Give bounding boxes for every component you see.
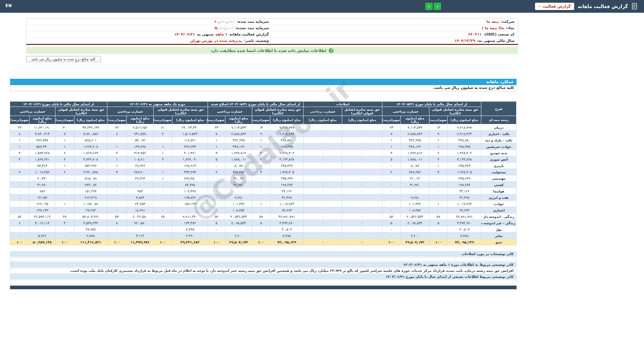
value-cell: ۰: [107, 137, 126, 143]
value-cell: ۳: [10, 150, 29, 156]
value-cell: ۹۴۱,۵۷۸: [127, 131, 154, 137]
value-cell: ۰: [252, 226, 270, 233]
amounts-note-box: کلیه مبالغ درج شده به میلیون ریال می باش…: [26, 56, 101, 62]
company-info-col-right: شرکت:بیمه مانماد:ما( بیمه ما )کد صنعت (I…: [272, 18, 518, 44]
value-cell: ۳,۱۲۳,۸۶۸: [448, 156, 481, 163]
value-cell: ۳۹,۳۲۱,۶۸۲: [172, 239, 208, 245]
unit-share-ytd-0531-1: سهم(درصد): [429, 116, 448, 124]
footer-comment-bars: کادر توضیحات در مورد اصلاحاتکادر توضیحی …: [10, 251, 517, 284]
next-report-button[interactable]: ›: [434, 3, 441, 10]
value-cell: ۰: [304, 163, 342, 169]
value-cell: ۶,۴۱۸,۳۶۳: [448, 131, 481, 137]
value-cell: ۳: [252, 169, 270, 175]
table-total-row: جمع۷۲,۰۹۵,۱۳۹۱۰۰۳۹,۵۰۷,۱۷۲۱۰۰۰۰۷۲,۰۹۵,۱۳…: [10, 239, 516, 245]
value-cell: ۰: [107, 201, 126, 207]
value-cell: ۰: [208, 233, 225, 239]
value-cell: ۷۷,۳۱۳: [29, 163, 55, 169]
value-cell: ۱: [10, 143, 29, 150]
value-cell: ۲۸۳,۰۸۲: [74, 182, 107, 188]
value-cell: ۰: [342, 156, 382, 163]
value-cell: ۱۳۹,۲۶۸: [127, 143, 154, 150]
value-cell: ۶۷,۶۹۴: [270, 207, 304, 214]
value-cell: ۹,۹۱۱,۴۴۰: [172, 214, 208, 220]
value-cell: ۱۰۰: [208, 239, 225, 245]
table-row: آتش سوزي۳,۱۲۳,۸۶۸۴۱,۷۸۸,۰۱۱۵۰۰۳,۱۲۳,۸۶۸۴…: [10, 156, 516, 163]
info-label: سال مالی منتهی به:: [477, 39, 515, 43]
value-cell: ۰: [429, 175, 448, 182]
value-cell: ۰: [154, 220, 172, 226]
value-cell: ۵۹: [252, 214, 270, 220]
value-cell: ۱۰۸,۴۵۲: [401, 207, 429, 214]
value-cell: ۰: [342, 194, 382, 201]
value-cell: ۲,۸۸۸,۸۳۶: [225, 131, 252, 137]
value-cell: ۰: [107, 233, 126, 239]
language-toggle-en[interactable]: EN: [5, 3, 12, 8]
value-cell: ۱۹۸,۲۸۴: [448, 182, 481, 188]
value-cell: ۵۲: [208, 214, 225, 220]
value-cell: ۱,۷۶۹,۶۶۳: [74, 150, 107, 156]
insurance-line-cell: باربري: [481, 163, 517, 169]
value-cell: ۴۲,۸۹۱,۷۹۱: [270, 214, 304, 220]
value-cell: ۰: [252, 194, 270, 201]
value-cell: ۳: [107, 150, 126, 156]
col-group-ytd-0631: از ابتدای سال مالی تا پایان مورخ ۱۴۰۴/۰۶…: [10, 102, 107, 107]
subcol-claims-ytd-0631: خسارت پرداختی: [10, 107, 55, 116]
signed-match-text: اطلاعات نمایش داده شده با اطلاعات امضا ش…: [211, 48, 327, 53]
insurance-line-cell: درمان: [481, 124, 517, 131]
amounts-note-row: کلیه مبالغ درج شده به میلیون ریال می باش…: [10, 85, 517, 91]
value-cell: ۱: [107, 156, 126, 163]
value-cell: ۰: [382, 182, 401, 188]
value-cell: ۳: [208, 150, 225, 156]
table-row: کشتي۱۹۸,۲۸۴۰۳۱,۹۷۰۰۰۰۱۹۸,۲۸۴۰۳۱,۹۷۰۰۸۴,۷…: [10, 182, 516, 188]
value-cell: ۱,۳۶۸,۳۰۲: [270, 150, 304, 156]
report-type-dropdown[interactable]: گزارش فعالیت ▾: [535, 3, 575, 10]
value-cell: ۵۱۵,۰۸۹: [74, 175, 107, 182]
value-cell: ۶۰,۳۳۰: [29, 175, 55, 182]
value-cell: ۱۵۹,۱۲۳: [172, 201, 208, 207]
value-cell: ۴۲,۸۹۱,۷۹۱: [448, 214, 481, 220]
section-header-monthly-performance: عملکرد ماهانه: [10, 79, 517, 85]
value-cell: ۲۱۲,۳۱۹: [74, 194, 107, 201]
table-row: باربري۶۴۵,۳۶۳۱۸,۰۸۷۰۰۰۶۴۵,۳۶۳۱۸,۰۸۷۰۱۲۸,…: [10, 163, 516, 169]
value-cell: ۴,۷۴۹,۹۰۸: [74, 156, 107, 163]
value-cell: ۱۲۷,۱۴۳: [29, 207, 55, 214]
value-cell: ۹,۲۸۱: [225, 194, 252, 201]
value-cell: ۰: [55, 188, 74, 194]
value-cell: ۰: [382, 163, 401, 169]
unit-share-month-0631-1: سهم(درصد): [154, 116, 172, 124]
value-cell: ۲۰,۵۴۶,۵۳۴: [401, 214, 429, 220]
total-line-cell: جمع: [481, 239, 517, 245]
table-row: هواپیما۴۴,۱۶۶۰۰۰۰۰۴۴,۱۶۶۰۰۰۱۰۷,۳۲۸۰۹۸۳۰۱…: [10, 188, 516, 194]
value-cell: ۳۱,۹۷۰: [225, 182, 252, 188]
value-cell: ۱,۳۶۸,۳۰۲: [448, 150, 481, 156]
value-cell: ۴: [429, 156, 448, 163]
value-cell: ۱۳: [252, 124, 270, 131]
footer-comment-header: کادر توضیحی مربوط به اطلاعات دوره ۱ ماهه…: [10, 262, 517, 267]
table-row: اعتباري۶۷,۶۹۴۰۱۰۸,۴۵۲۰۰۰۶۷,۶۹۴۰۱۰۸,۴۵۲۰۰…: [10, 207, 516, 214]
previous-report-button[interactable]: ‹: [425, 3, 433, 10]
value-cell: ۷۲۸,۲۵۶: [225, 169, 252, 175]
value-cell: ۲۴,۰۲۳,۳۴۰: [172, 124, 208, 131]
value-cell: ۱: [429, 137, 448, 143]
value-cell: ۳,۱۲۳,۸۶۸: [270, 156, 304, 163]
value-cell: ۰: [127, 226, 154, 233]
table-row: ثالث - مازاد و دیه۴۴۸,۷۸۰۱۳۲۲,۶۴۵۱۰۰۴۴۸,…: [10, 137, 516, 143]
value-cell: ۰: [382, 226, 401, 233]
value-cell: ۰: [342, 201, 382, 207]
insurance-line-cell: کشتي: [481, 182, 517, 188]
value-cell: ۵: [429, 220, 448, 226]
value-cell: ۲: [429, 150, 448, 156]
value-cell: ۴۴۸,۷۸۰: [270, 137, 304, 143]
value-cell: ۰: [154, 201, 172, 207]
table-row: حوادث۱,۰۱۷,۹۶۴۱۱۰۱,۳۹۲۰۰۰۱,۰۱۷,۹۶۴۱۱۰۱,۳…: [10, 201, 516, 207]
company-info-row: سرمایه ثبت شده:۱۰,۰۰۰,۰۰۰: [26, 18, 272, 25]
value-cell: ۳۹,۵۰۷,۱۷۲: [225, 239, 252, 245]
value-cell: ۲۷۹,۴۵۰: [172, 175, 208, 182]
value-cell: ۰: [304, 169, 342, 175]
table-row: نفت و انرژي۴۶,۴۹۷۰۹,۲۸۱۰۰۰۴۶,۴۹۷۰۹,۲۸۱۰۱…: [10, 194, 516, 201]
value-cell: ۱: [252, 163, 270, 169]
value-cell: ۱۶۵,۸۲۲: [172, 194, 208, 201]
info-label: سرمایه ثبت نشده:: [235, 26, 269, 30]
value-cell: ۴۳۲,۲۹۳: [172, 169, 208, 175]
value-cell: ۹,۷۷۸: [74, 233, 107, 239]
